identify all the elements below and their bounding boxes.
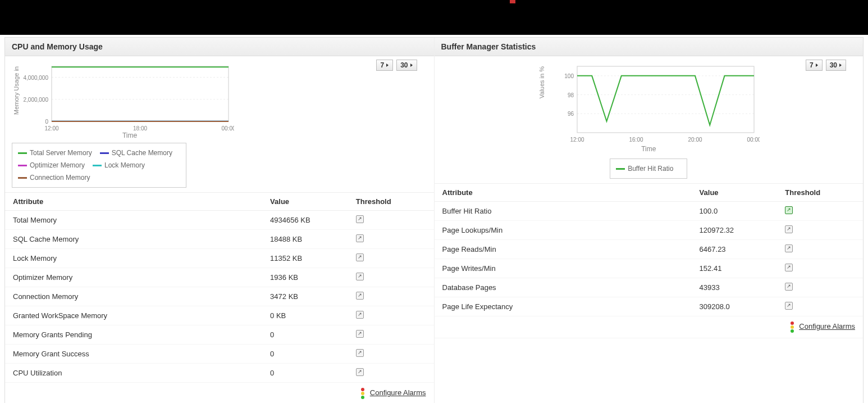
memory-usage-chart: 02,000,0004,000,00012:0018:0000:00 bbox=[21, 61, 234, 134]
threshold-cell bbox=[348, 364, 434, 383]
legend-right: Buffer Hit Ratio bbox=[610, 159, 687, 179]
panel-title: CPU and Memory Usage bbox=[5, 38, 434, 56]
attr-cell: Optimizer Memory bbox=[5, 268, 262, 287]
table-row: Page Writes/Min152.41 bbox=[435, 259, 864, 278]
svg-text:2,000,000: 2,000,000 bbox=[24, 97, 49, 103]
cpu-memory-panel: CPU and Memory Usage 7 30 Memory Usage i… bbox=[5, 38, 435, 403]
threshold-icon[interactable] bbox=[356, 273, 364, 280]
table-row: Page Lookups/Min120972.32 bbox=[435, 221, 864, 240]
threshold-cell bbox=[348, 325, 434, 345]
legend-swatch bbox=[18, 177, 27, 179]
threshold-icon[interactable] bbox=[356, 253, 364, 261]
threshold-icon[interactable] bbox=[785, 225, 793, 233]
table-row: Memory Grants Pending0 bbox=[5, 325, 434, 345]
legend-left: Total Server MemorySQL Cache MemoryOptim… bbox=[12, 143, 186, 188]
table-row: Lock Memory11352 KB bbox=[5, 249, 434, 268]
legend-swatch bbox=[18, 152, 27, 154]
range-30-button[interactable]: 30 bbox=[396, 60, 417, 71]
buffer-table: Attribute Value Threshold Buffer Hit Rat… bbox=[435, 183, 864, 338]
legend-item: Total Server Memory bbox=[18, 147, 92, 159]
configure-alarms-link[interactable]: Configure Alarms bbox=[799, 322, 855, 330]
chart-zone-right: 7 30 Values in % 969810012:0016:0020:000… bbox=[435, 56, 864, 183]
y-axis-label: Values in % bbox=[537, 61, 546, 104]
threshold-icon[interactable] bbox=[785, 264, 793, 271]
threshold-icon[interactable] bbox=[356, 215, 364, 223]
range-buttons-left: 7 30 bbox=[376, 60, 417, 71]
threshold-cell bbox=[777, 297, 863, 316]
legend-item: Lock Memory bbox=[93, 159, 145, 171]
table-row: Total Memory4934656 KB bbox=[5, 211, 434, 230]
svg-text:18:00: 18:00 bbox=[133, 125, 147, 132]
range-7-button[interactable]: 7 bbox=[806, 60, 823, 71]
traffic-light-icon bbox=[361, 387, 366, 400]
value-cell: 6467.23 bbox=[692, 240, 778, 259]
configure-alarms-link[interactable]: Configure Alarms bbox=[370, 388, 426, 397]
threshold-cell bbox=[777, 202, 863, 221]
x-axis-label: Time bbox=[542, 145, 755, 153]
attr-cell: Total Memory bbox=[5, 211, 262, 230]
table-row: Granted WorkSpace Memory0 KB bbox=[5, 306, 434, 325]
top-bar bbox=[0, 0, 868, 35]
threshold-cell bbox=[777, 240, 863, 259]
threshold-cell bbox=[348, 230, 434, 249]
threshold-cell bbox=[348, 345, 434, 364]
value-cell: 18488 KB bbox=[262, 230, 348, 249]
range-7-button[interactable]: 7 bbox=[376, 60, 393, 71]
value-cell: 0 bbox=[262, 325, 348, 345]
threshold-cell bbox=[348, 211, 434, 230]
attr-cell: Page Lookups/Min bbox=[435, 221, 692, 240]
threshold-cell bbox=[777, 259, 863, 278]
threshold-cell bbox=[348, 249, 434, 268]
svg-text:12:00: 12:00 bbox=[570, 137, 584, 143]
threshold-icon[interactable] bbox=[785, 283, 793, 291]
indicator-dot bbox=[510, 0, 515, 3]
attr-cell: Lock Memory bbox=[5, 249, 262, 268]
threshold-icon[interactable] bbox=[356, 368, 364, 376]
threshold-icon[interactable] bbox=[785, 206, 793, 214]
threshold-icon[interactable] bbox=[785, 302, 793, 310]
value-cell: 3472 KB bbox=[262, 287, 348, 306]
threshold-cell bbox=[348, 306, 434, 325]
value-cell: 4934656 KB bbox=[262, 211, 348, 230]
cpu-memory-table: Attribute Value Threshold Total Memory49… bbox=[5, 192, 434, 403]
attr-cell: Buffer Hit Ratio bbox=[435, 202, 692, 221]
threshold-icon[interactable] bbox=[356, 330, 364, 338]
range-buttons-right: 7 30 bbox=[806, 60, 846, 71]
table-row: CPU Utilization0 bbox=[5, 364, 434, 383]
threshold-icon[interactable] bbox=[785, 244, 793, 252]
legend-swatch bbox=[93, 165, 102, 166]
range-30-button[interactable]: 30 bbox=[826, 60, 846, 71]
value-cell: 0 bbox=[262, 345, 348, 364]
value-cell: 120972.32 bbox=[692, 221, 778, 240]
svg-text:0: 0 bbox=[45, 119, 48, 125]
attr-cell: CPU Utilization bbox=[5, 364, 262, 383]
table-row: Page Life Expectancy309208.0 bbox=[435, 297, 864, 316]
svg-text:96: 96 bbox=[568, 111, 574, 117]
threshold-icon[interactable] bbox=[356, 234, 364, 242]
legend-item: Optimizer Memory bbox=[18, 159, 85, 171]
svg-text:98: 98 bbox=[568, 92, 574, 98]
svg-text:4,000,000: 4,000,000 bbox=[24, 75, 49, 81]
col-attribute: Attribute bbox=[435, 184, 692, 202]
y-axis-label: Memory Usage in bbox=[12, 61, 21, 120]
legend-swatch bbox=[100, 152, 109, 154]
threshold-icon[interactable] bbox=[356, 349, 364, 357]
threshold-cell bbox=[348, 287, 434, 306]
traffic-light-icon bbox=[791, 321, 795, 333]
threshold-cell bbox=[348, 268, 434, 287]
threshold-cell bbox=[777, 221, 863, 240]
legend-item: Connection Memory bbox=[18, 171, 90, 184]
col-value: Value bbox=[692, 184, 778, 202]
value-cell: 1936 KB bbox=[262, 268, 348, 287]
svg-rect-9 bbox=[52, 66, 229, 121]
svg-text:00:00: 00:00 bbox=[221, 125, 234, 132]
svg-text:00:00: 00:00 bbox=[747, 137, 760, 143]
threshold-icon[interactable] bbox=[356, 292, 364, 300]
svg-text:12:00: 12:00 bbox=[44, 125, 58, 132]
threshold-icon[interactable] bbox=[356, 311, 364, 319]
svg-text:20:00: 20:00 bbox=[688, 137, 702, 143]
value-cell: 309208.0 bbox=[692, 297, 778, 316]
attr-cell: Granted WorkSpace Memory bbox=[5, 306, 262, 325]
legend-item: SQL Cache Memory bbox=[100, 147, 172, 159]
attr-cell: Page Writes/Min bbox=[435, 259, 692, 278]
